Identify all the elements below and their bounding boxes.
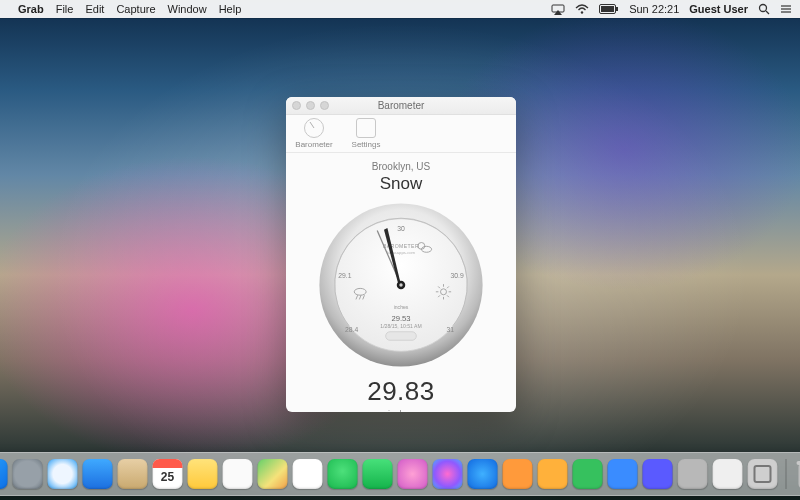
pressure-unit: inches bbox=[294, 409, 508, 412]
tab-barometer[interactable]: Barometer bbox=[294, 118, 334, 149]
dock-mail[interactable] bbox=[83, 459, 113, 489]
condition-label: Snow bbox=[294, 174, 508, 194]
dock-calendar[interactable] bbox=[153, 459, 183, 489]
barometer-tab-icon bbox=[304, 118, 324, 138]
pressure-reading: 29.83 bbox=[294, 376, 508, 407]
airplay-icon[interactable] bbox=[551, 4, 565, 15]
dock-separator bbox=[786, 459, 787, 489]
menu-window[interactable]: Window bbox=[168, 3, 207, 15]
svg-point-2 bbox=[581, 11, 583, 13]
svg-text:30: 30 bbox=[397, 225, 405, 232]
dock-maps[interactable] bbox=[258, 459, 288, 489]
dock-barometer[interactable] bbox=[713, 459, 743, 489]
dock-keynote[interactable] bbox=[608, 459, 638, 489]
dock-game-center[interactable] bbox=[398, 459, 428, 489]
window-content: Brooklyn, US Snow bbox=[286, 153, 516, 412]
dock-facetime[interactable] bbox=[363, 459, 393, 489]
dock-ibooks[interactable] bbox=[503, 459, 533, 489]
svg-point-40 bbox=[399, 283, 402, 286]
dock-finder[interactable] bbox=[0, 459, 8, 489]
menu-bar: Grab File Edit Capture Window Help Sun 2… bbox=[0, 0, 800, 18]
dock-photos[interactable] bbox=[293, 459, 323, 489]
menu-help[interactable]: Help bbox=[219, 3, 242, 15]
dock-grab[interactable] bbox=[748, 459, 778, 489]
dock-itunes[interactable] bbox=[433, 459, 463, 489]
settings-tab-icon bbox=[356, 118, 376, 138]
dock-reminders[interactable] bbox=[223, 459, 253, 489]
reset-needle-button[interactable] bbox=[386, 332, 417, 341]
svg-text:28.4: 28.4 bbox=[345, 326, 358, 333]
dock bbox=[0, 452, 800, 496]
barometer-window: Barometer Barometer Settings Brooklyn, U… bbox=[286, 97, 516, 412]
notification-center-icon[interactable] bbox=[780, 4, 792, 14]
dock-messages[interactable] bbox=[328, 459, 358, 489]
window-titlebar[interactable]: Barometer bbox=[286, 97, 516, 115]
menu-file[interactable]: File bbox=[56, 3, 74, 15]
svg-line-11 bbox=[310, 122, 314, 128]
menu-capture[interactable]: Capture bbox=[116, 3, 155, 15]
dock-launchpad[interactable] bbox=[13, 459, 43, 489]
svg-text:inches: inches bbox=[394, 304, 409, 310]
location-label: Brooklyn, US bbox=[294, 161, 508, 172]
menu-clock[interactable]: Sun 22:21 bbox=[629, 3, 679, 15]
svg-rect-4 bbox=[616, 7, 618, 11]
dock-preview[interactable] bbox=[643, 459, 673, 489]
menu-user[interactable]: Guest User bbox=[689, 3, 748, 15]
menu-app-name[interactable]: Grab bbox=[18, 3, 44, 15]
tab-settings-label: Settings bbox=[352, 140, 381, 149]
wifi-icon[interactable] bbox=[575, 4, 589, 15]
svg-text:31: 31 bbox=[447, 326, 455, 333]
dock-numbers[interactable] bbox=[573, 459, 603, 489]
svg-line-7 bbox=[766, 11, 769, 14]
svg-text:30.9: 30.9 bbox=[450, 272, 463, 279]
window-title: Barometer bbox=[286, 100, 516, 111]
menu-edit[interactable]: Edit bbox=[85, 3, 104, 15]
tab-barometer-label: Barometer bbox=[295, 140, 332, 149]
dock-trash[interactable] bbox=[795, 459, 801, 489]
dock-pages[interactable] bbox=[538, 459, 568, 489]
window-toolbar: Barometer Settings bbox=[286, 115, 516, 153]
svg-text:29.53: 29.53 bbox=[391, 314, 410, 323]
spotlight-icon[interactable] bbox=[758, 3, 770, 15]
svg-text:29.1: 29.1 bbox=[338, 272, 351, 279]
dock-contacts[interactable] bbox=[118, 459, 148, 489]
svg-text:1/28/15, 10:51 AM: 1/28/15, 10:51 AM bbox=[380, 323, 421, 329]
svg-rect-5 bbox=[601, 6, 614, 12]
dock-app-store[interactable] bbox=[468, 459, 498, 489]
tab-settings[interactable]: Settings bbox=[346, 118, 386, 149]
dock-system-preferences[interactable] bbox=[678, 459, 708, 489]
dock-safari[interactable] bbox=[48, 459, 78, 489]
dock-notes[interactable] bbox=[188, 459, 218, 489]
barometer-gauge: 28.4 29.1 30 30.9 31 B bbox=[316, 200, 486, 370]
battery-icon[interactable] bbox=[599, 4, 619, 14]
svg-point-6 bbox=[760, 5, 767, 12]
